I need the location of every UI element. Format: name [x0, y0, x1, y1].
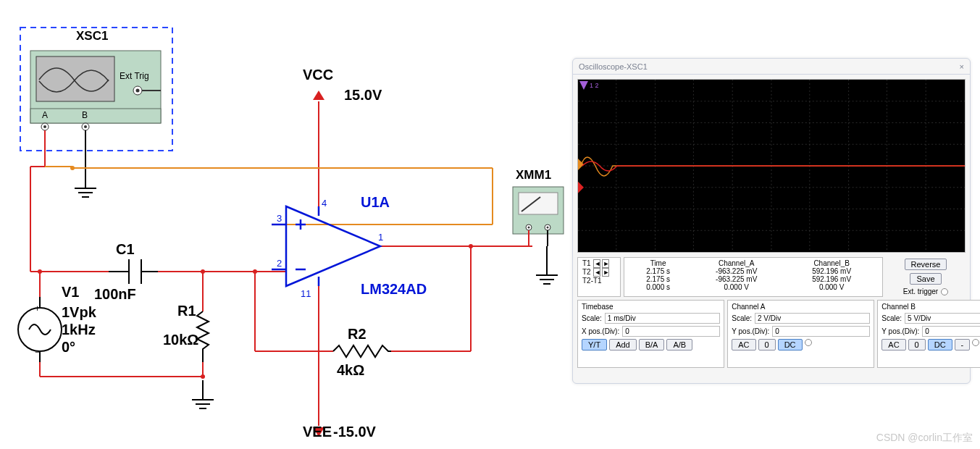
pin-minus: 2 — [277, 258, 282, 269]
cha-scale-label: Scale: — [732, 314, 752, 322]
svg-text:+: + — [35, 303, 40, 314]
c1-value: 100nF — [94, 286, 136, 303]
u1a-label: U1A — [361, 194, 390, 211]
scope-titlebar[interactable]: Oscilloscope-XSC1 × — [573, 59, 970, 75]
cha-header: Channel_A — [687, 259, 785, 267]
vcc-value: 15.0V — [344, 87, 382, 104]
r2-value: 4kΩ — [337, 362, 364, 379]
port-a-label: A — [42, 110, 48, 120]
cha-enable-radio[interactable] — [805, 339, 812, 346]
svg-text:1 2: 1 2 — [590, 82, 598, 89]
t2-a: -963.225 mV — [687, 275, 785, 283]
cha-ypos-input[interactable] — [772, 326, 870, 337]
t1-time: 2.175 s — [629, 267, 687, 275]
svg-marker-95 — [578, 182, 584, 193]
svg-text:−: − — [35, 347, 40, 357]
chb-invert-button[interactable]: - — [955, 339, 971, 351]
svg-point-73 — [547, 227, 549, 229]
svg-rect-69 — [519, 193, 558, 214]
t2-b: 592.196 mV — [785, 275, 878, 283]
d-a: 0.000 V — [687, 283, 785, 291]
d-b: 0.000 V — [785, 283, 878, 291]
ext-trig-label: Ext Trig — [120, 71, 149, 81]
t1-left-icon[interactable]: ◄ — [593, 259, 600, 268]
reverse-button[interactable]: Reverse — [905, 259, 947, 270]
svg-point-46 — [38, 269, 42, 274]
xsc1-label: XSC1 — [76, 29, 108, 43]
svg-marker-92 — [579, 81, 588, 90]
close-icon[interactable]: × — [960, 62, 964, 71]
cursor-readout: T1 ◄► T2 ◄► T2-T1 TimeChannel_AChannel_B… — [577, 257, 966, 297]
cha-scale-input[interactable] — [755, 313, 870, 324]
svg-point-71 — [528, 227, 530, 229]
vee-label: VEE — [303, 424, 332, 440]
ba-button[interactable]: B/A — [639, 339, 665, 351]
chb-dc-button[interactable]: DC — [928, 339, 952, 351]
channel-b-panel: Channel B Scale: Y pos.(Div): AC 0 DC - — [877, 300, 980, 368]
t1-a: -963.225 mV — [687, 267, 785, 275]
port-b-label: B — [82, 110, 88, 120]
cha-title: Channel A — [732, 303, 870, 311]
pin-vcc: 4 — [322, 198, 327, 209]
xpos-input[interactable] — [622, 326, 720, 337]
t21-label: T2-T1 — [582, 277, 616, 285]
pin-vee: 11 — [301, 288, 311, 299]
r1-value: 10kΩ — [163, 332, 198, 348]
tb-scale-label: Scale: — [582, 314, 602, 322]
chb-zero-button[interactable]: 0 — [908, 339, 926, 351]
time-header: Time — [629, 259, 687, 267]
scope-display[interactable]: 1 2 — [577, 79, 966, 253]
cha-zero-button[interactable]: 0 — [758, 339, 776, 351]
svg-point-38 — [70, 166, 75, 170]
chb-scale-input[interactable] — [905, 313, 980, 324]
t1-label: T1 — [582, 259, 591, 267]
chb-enable-radio[interactable] — [972, 339, 979, 346]
svg-point-47 — [201, 269, 205, 274]
channel-a-panel: Channel A Scale: Y pos.(Div): AC 0 DC — [727, 300, 874, 368]
chb-title: Channel B — [881, 303, 980, 311]
add-button[interactable]: Add — [609, 339, 637, 351]
timebase-scale-input[interactable] — [605, 313, 720, 324]
chb-ac-button[interactable]: AC — [881, 339, 905, 351]
ab-button[interactable]: A/B — [666, 339, 692, 351]
scope-title-text: Oscilloscope-XSC1 — [579, 62, 648, 71]
cha-ypos-label: Y pos.(Div): — [732, 327, 769, 335]
svg-point-10 — [84, 125, 87, 128]
save-button[interactable]: Save — [910, 273, 941, 285]
svg-rect-6 — [30, 109, 161, 123]
t2-right-icon[interactable]: ► — [602, 268, 609, 277]
svg-point-50 — [469, 244, 473, 248]
t2-left-icon[interactable]: ◄ — [593, 268, 600, 277]
opamp-model: LM324AD — [361, 281, 427, 298]
v1-amp: 1Vpk — [62, 304, 96, 321]
yt-button[interactable]: Y/T — [582, 339, 607, 351]
chb-ypos-input[interactable] — [922, 326, 980, 337]
pin-out: 1 — [378, 232, 383, 243]
xpos-label: X pos.(Div): — [582, 327, 619, 335]
cha-dc-button[interactable]: DC — [778, 339, 803, 351]
vee-value: -15.0V — [333, 424, 376, 440]
t1-right-icon[interactable]: ► — [602, 259, 609, 268]
svg-point-8 — [43, 125, 46, 128]
chb-ypos-label: Y pos.(Div): — [881, 327, 919, 335]
ext-trigger-radio[interactable] — [941, 288, 948, 295]
timebase-title: Timebase — [582, 303, 720, 311]
vcc-label: VCC — [303, 67, 333, 83]
oscilloscope-window: Oscilloscope-XSC1 × 1 2 T1 ◄► T2 ◄ — [572, 58, 971, 384]
timebase-panel: Timebase Scale: X pos.(Div): Y/T Add B/A… — [577, 300, 724, 368]
svg-point-48 — [253, 269, 257, 274]
v1-label: V1 — [62, 284, 79, 301]
c1-label: C1 — [116, 241, 135, 258]
d-time: 0.000 s — [629, 283, 687, 291]
t2-label: T2 — [582, 268, 591, 276]
svg-point-49 — [201, 374, 205, 379]
ext-trigger-label: Ext. trigger — [903, 288, 938, 295]
r2-label: R2 — [348, 326, 367, 343]
cha-ac-button[interactable]: AC — [732, 339, 755, 351]
scope-controls: Timebase Scale: X pos.(Div): Y/T Add B/A… — [577, 300, 966, 368]
svg-point-4 — [136, 89, 140, 93]
chb-header: Channel_B — [785, 259, 878, 267]
watermark: CSDN @corlin工作室 — [876, 432, 973, 445]
pin-plus: 3 — [277, 213, 282, 224]
chb-scale-label: Scale: — [881, 314, 902, 322]
